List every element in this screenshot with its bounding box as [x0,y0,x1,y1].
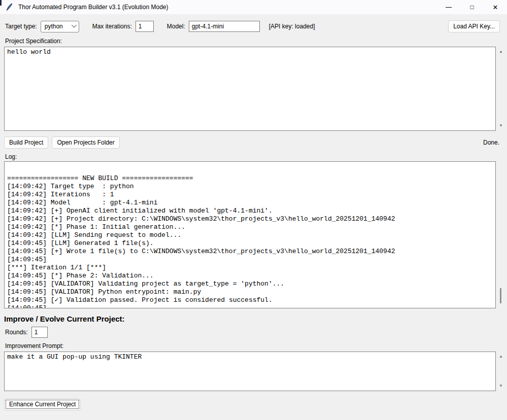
improvement-prompt-area: make it a GUI pop-up using TKINTER ▲ ▼ [4,352,506,391]
target-type-label: Target type: [5,23,37,30]
thor-builder-window: { "window": { "title": "Thor Automated P… [0,0,507,420]
rounds-input[interactable] [31,327,48,338]
improvement-prompt-label: Improvement Prompt: [5,342,507,349]
project-spec-textarea[interactable]: hello world [4,47,496,131]
app-feather-icon [6,3,13,11]
project-spec-scrollbar[interactable]: ▲ ▼ [496,47,506,131]
improve-section-heading: Improve / Evolve Current Project: [4,314,507,323]
close-button[interactable]: ✕ [484,0,507,14]
window-title: Thor Automated Program Builder v3.1 (Evo… [18,4,168,11]
log-scrollbar-thumb[interactable] [500,288,501,303]
toolbar: Target type: python Max iterations: Mode… [5,20,500,33]
log-label: Log: [5,153,507,160]
scroll-up-icon[interactable]: ▲ [496,50,506,54]
scroll-down-icon[interactable]: ▼ [496,124,506,128]
build-project-button[interactable]: Build Project [4,136,48,149]
build-actions-row: Build Project Open Projects Folder Done. [4,136,507,149]
maximize-icon: □ [470,4,474,11]
chevron-down-icon [72,22,77,27]
improvement-prompt-textarea[interactable]: make it a GUI pop-up using TKINTER [4,352,496,391]
target-type-combobox[interactable]: python [41,21,79,32]
model-label: Model: [167,23,185,30]
log-scrollbar[interactable] [496,161,506,308]
log-area: ================== NEW BUILD ===========… [4,161,506,308]
max-iterations-input[interactable] [136,21,154,32]
rounds-label: Rounds: [5,329,28,336]
log-textarea[interactable]: ================== NEW BUILD ===========… [4,161,496,308]
window-controls: — □ ✕ [437,0,507,14]
scroll-down-icon[interactable]: ▼ [496,384,506,388]
title-bar[interactable]: Thor Automated Program Builder v3.1 (Evo… [0,0,507,14]
scroll-up-icon[interactable]: ▲ [496,355,506,359]
maximize-button[interactable]: □ [460,0,484,14]
log-content: ================== NEW BUILD ===========… [7,174,493,308]
minimize-button[interactable]: — [437,0,460,14]
window-corner-artifact [0,0,2,6]
max-iterations-label: Max iterations: [92,23,132,30]
open-projects-folder-button[interactable]: Open Projects Folder [52,136,119,149]
project-spec-area: hello world ▲ ▼ [4,47,506,131]
model-input[interactable] [189,21,260,32]
project-spec-label: Project Specification: [5,38,507,45]
enhance-current-project-button[interactable]: Enhance Current Project [4,398,81,410]
load-api-key-button[interactable]: Load API Key... [448,20,500,32]
api-key-status: [API key: loaded] [269,23,315,30]
improvement-prompt-scrollbar[interactable]: ▲ ▼ [496,352,506,391]
minimize-icon: — [446,4,452,11]
close-icon: ✕ [493,4,498,11]
status-text: Done. [483,139,499,146]
rounds-row: Rounds: [5,327,507,338]
target-type-value: python [45,23,63,30]
